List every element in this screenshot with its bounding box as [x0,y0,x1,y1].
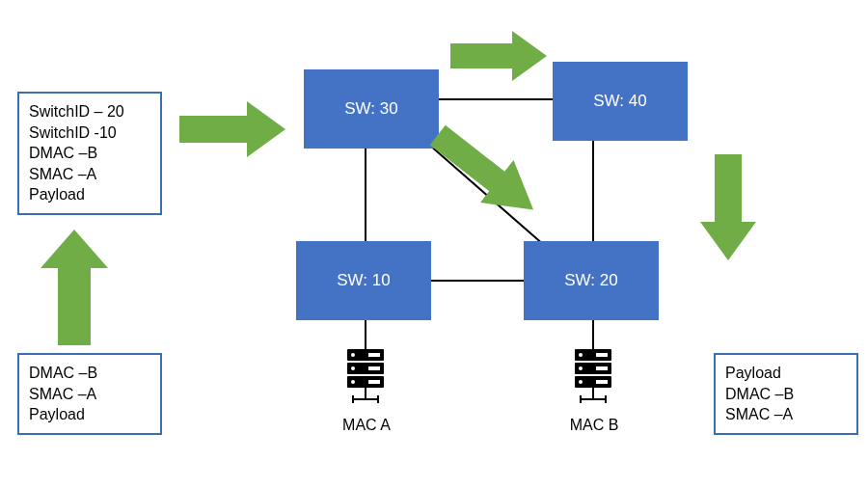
svg-point-17 [579,353,583,357]
svg-marker-29 [450,31,547,81]
svg-rect-7 [368,366,380,370]
packet-top-line5: Payload [29,184,150,205]
link-sw40-sw20 [592,140,594,256]
svg-marker-28 [179,101,285,157]
switch-20-label: SW: 20 [564,271,617,290]
svg-point-8 [351,380,355,384]
svg-point-6 [351,366,355,370]
svg-rect-5 [368,353,380,357]
packet-top-line3: DMAC –B [29,143,150,164]
svg-rect-18 [596,353,608,357]
arrow-right-1-icon [179,101,285,157]
packet-bottom-line3: Payload [29,404,150,425]
svg-marker-31 [700,154,756,260]
link-sw30-sw40 [434,98,559,100]
switch-20: SW: 20 [524,241,659,320]
switch-30-label: SW: 30 [344,99,397,119]
packet-box-bottom: DMAC –B SMAC –A Payload [17,353,162,435]
switch-30: SW: 30 [304,69,439,149]
server-icon-b [571,349,615,407]
svg-marker-27 [41,230,108,345]
packet-top-line1: SwitchID – 20 [29,101,150,122]
svg-rect-9 [368,380,380,384]
packet-right-line1: Payload [725,363,847,384]
host-b-label: MAC B [565,417,623,434]
arrow-right-2-icon [450,31,547,81]
server-icon-a [343,349,388,407]
packet-box-top: SwitchID – 20 SwitchID -10 DMAC –B SMAC … [17,92,162,215]
switch-40-label: SW: 40 [593,92,646,111]
packet-bottom-line2: SMAC –A [29,384,150,405]
svg-rect-20 [596,366,608,370]
svg-rect-22 [596,380,608,384]
switch-40: SW: 40 [553,62,688,141]
packet-box-right: Payload DMAC –B SMAC –A [714,353,858,435]
arrow-up-icon [41,230,108,345]
packet-bottom-line1: DMAC –B [29,363,150,384]
arrow-diagonal-icon [424,125,550,222]
packet-right-line2: DMAC –B [725,384,847,405]
packet-top-line2: SwitchID -10 [29,122,150,144]
svg-point-21 [579,380,583,384]
switch-10: SW: 10 [296,241,431,320]
link-sw10-sw20 [424,280,540,282]
packet-top-line4: SMAC –A [29,164,150,185]
host-a-label: MAC A [338,417,395,434]
arrow-down-icon [700,154,756,260]
svg-marker-30 [424,125,550,222]
svg-point-19 [579,366,583,370]
switch-10-label: SW: 10 [337,271,390,290]
link-sw30-sw10 [365,148,366,254]
packet-right-line3: SMAC –A [725,404,847,425]
svg-point-4 [351,353,355,357]
diagram-stage: SW: 30 SW: 40 SW: 10 SW: 20 SwitchID – 2… [0,0,868,488]
